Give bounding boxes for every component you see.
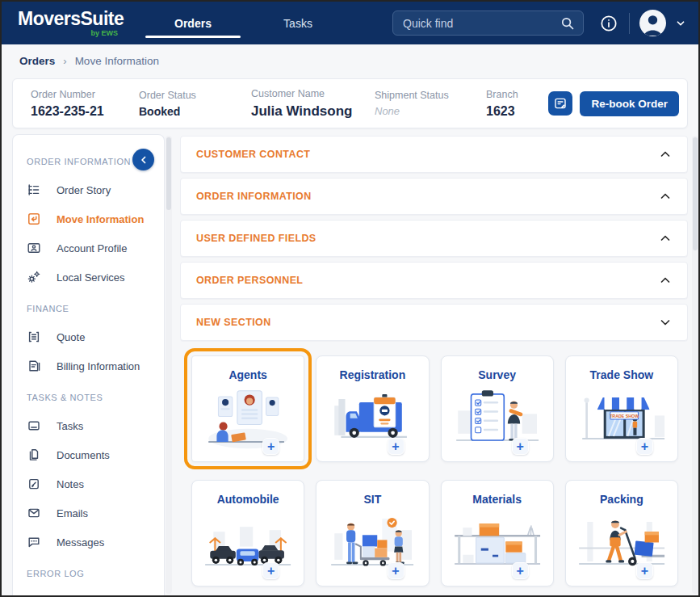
packing-add-icon[interactable]: + bbox=[636, 562, 653, 579]
trade-show-illustration-graphic: TRADE SHOW bbox=[572, 383, 671, 456]
section-order-information[interactable]: ORDER INFORMATION bbox=[180, 178, 688, 215]
search-icon bbox=[560, 16, 575, 31]
card-title: Automobile bbox=[192, 493, 304, 506]
sidebar-header-finance: FINANCE bbox=[13, 298, 164, 319]
packing-illustration-graphic bbox=[572, 507, 671, 581]
navbar-divider bbox=[629, 13, 630, 34]
sit-add-icon[interactable]: + bbox=[388, 562, 404, 579]
shipment-status-label: Shipment Status bbox=[375, 90, 486, 101]
sidebar-item-billing-information[interactable]: Billing Information bbox=[13, 351, 164, 380]
card-sit[interactable]: SIT bbox=[316, 480, 429, 586]
order-note-button[interactable] bbox=[548, 91, 572, 116]
quick-find-box bbox=[392, 11, 584, 36]
automobile-add-icon[interactable]: + bbox=[262, 562, 279, 579]
breadcrumb-separator: › bbox=[63, 55, 66, 67]
section-customer-contact[interactable]: CUSTOMER CONTACT bbox=[180, 136, 688, 173]
order-number-value: 1623-235-21 bbox=[31, 104, 139, 119]
sidebar-item-move-information[interactable]: Move Information bbox=[13, 204, 164, 233]
main-scrollbar[interactable] bbox=[692, 136, 698, 594]
trade-show-sign-text: TRADE SHOW bbox=[610, 414, 639, 418]
quick-find-input[interactable] bbox=[403, 17, 560, 30]
sidebar-item-label: Emails bbox=[57, 507, 88, 519]
sidebar-header-order-information: ORDER INFORMATION bbox=[13, 151, 164, 172]
branch-value: 1623 bbox=[486, 104, 548, 119]
trade-show-add-icon[interactable]: + bbox=[636, 438, 653, 455]
account-profile-icon bbox=[27, 241, 41, 255]
sit-illustration-graphic bbox=[323, 507, 421, 581]
sidebar-item-messages[interactable]: Messages bbox=[13, 528, 164, 557]
tab-orders[interactable]: Orders bbox=[140, 2, 245, 44]
sidebar-item-local-services[interactable]: Local Services bbox=[13, 263, 164, 292]
chevron-up-icon bbox=[659, 232, 672, 245]
breadcrumb-orders[interactable]: Orders bbox=[19, 55, 55, 67]
card-survey[interactable]: Survey bbox=[441, 355, 554, 462]
automobile-illustration: + bbox=[199, 507, 297, 581]
registration-illustration-graphic bbox=[323, 383, 421, 456]
section-title: ORDER PERSONNEL bbox=[196, 275, 303, 286]
order-number-label: Order Number bbox=[31, 89, 139, 100]
info-button[interactable] bbox=[597, 11, 621, 36]
section-user-defined-fields[interactable]: USER DEFINED FIELDS bbox=[180, 220, 688, 257]
registration-add-icon[interactable]: + bbox=[388, 438, 404, 455]
order-number-field: Order Number 1623-235-21 bbox=[31, 89, 139, 119]
sidebar-header-error-log[interactable]: ERROR LOG bbox=[13, 563, 164, 584]
sidebar-item-order-story[interactable]: Order Story bbox=[13, 175, 164, 204]
order-story-icon bbox=[27, 183, 41, 197]
user-avatar[interactable] bbox=[639, 10, 666, 36]
card-materials[interactable]: Materials bbox=[441, 480, 554, 586]
survey-illustration: + bbox=[448, 383, 547, 456]
note-icon bbox=[553, 96, 568, 111]
tab-tasks[interactable]: Tasks bbox=[245, 2, 350, 44]
sidebar-item-label: Move Information bbox=[57, 213, 144, 225]
card-registration[interactable]: Registration bbox=[316, 355, 429, 462]
main-content: CUSTOMER CONTACT ORDER INFORMATION USER … bbox=[172, 134, 691, 595]
main-scrollbar-thumb[interactable] bbox=[693, 137, 698, 250]
sidebar-item-emails[interactable]: Emails bbox=[13, 498, 164, 528]
trade-show-illustration: TRADE SHOW + bbox=[572, 383, 671, 456]
agents-add-icon[interactable]: + bbox=[262, 438, 279, 455]
packing-illustration: + bbox=[572, 507, 671, 581]
customer-name-field: Customer Name Julia Windsong bbox=[251, 88, 375, 120]
order-status-field: Order Status Booked bbox=[139, 90, 251, 118]
card-packing[interactable]: Packing bbox=[565, 480, 678, 586]
section-order-personnel[interactable]: ORDER PERSONNEL bbox=[180, 262, 688, 299]
card-title: Agents bbox=[192, 368, 304, 381]
section-new-section[interactable]: NEW SECTION bbox=[180, 304, 688, 341]
notes-icon bbox=[27, 477, 41, 491]
sidebar-scrollbar-thumb[interactable] bbox=[166, 137, 171, 210]
survey-add-icon[interactable]: + bbox=[512, 438, 529, 455]
sidebar-section-finance: FINANCE Quote Bill bbox=[13, 298, 164, 380]
agents-illustration-graphic bbox=[199, 383, 297, 456]
materials-add-icon[interactable]: + bbox=[512, 562, 529, 579]
sidebar-item-notes[interactable]: Notes bbox=[13, 469, 164, 498]
section-title: NEW SECTION bbox=[196, 317, 271, 328]
sidebar-item-quote[interactable]: Quote bbox=[13, 322, 164, 351]
user-menu-chevron-down-icon[interactable] bbox=[674, 17, 687, 30]
sidebar-item-documents[interactable]: Documents bbox=[13, 440, 164, 469]
sidebar-section-tasks-notes: TASKS & NOTES Tasks bbox=[13, 387, 164, 557]
sidebar-item-tasks[interactable]: Tasks bbox=[13, 411, 164, 440]
app-logo[interactable]: MoversSuite by EWS bbox=[18, 10, 123, 37]
customer-name-label: Customer Name bbox=[251, 88, 375, 99]
sidebar-scrollbar[interactable] bbox=[166, 136, 172, 594]
section-title: CUSTOMER CONTACT bbox=[196, 149, 310, 160]
sidebar-collapse-button[interactable] bbox=[132, 149, 154, 170]
card-automobile[interactable]: Automobile bbox=[191, 480, 304, 586]
sidebar: ORDER INFORMATION Order Story bbox=[12, 134, 165, 595]
card-agents[interactable]: Agents bbox=[191, 355, 304, 462]
branch-label: Branch bbox=[486, 89, 548, 100]
materials-illustration: + bbox=[448, 507, 547, 581]
feature-cards-grid: Agents bbox=[191, 355, 678, 586]
sidebar-header-tasks-notes: TASKS & NOTES bbox=[13, 387, 164, 408]
chevron-down-icon bbox=[659, 316, 672, 329]
billing-information-icon bbox=[27, 359, 41, 373]
order-status-value: Booked bbox=[139, 105, 251, 118]
sidebar-item-account-profile[interactable]: Account Profile bbox=[13, 233, 164, 263]
card-title: Registration bbox=[316, 368, 428, 381]
local-services-icon bbox=[27, 270, 41, 284]
card-trade-show[interactable]: Trade Show bbox=[565, 355, 678, 462]
sidebar-item-label: Billing Information bbox=[57, 360, 140, 372]
sidebar-item-label: Account Profile bbox=[57, 242, 127, 254]
sidebar-header-label: ORDER INFORMATION bbox=[27, 157, 131, 166]
rebook-order-button[interactable]: Re-book Order bbox=[580, 91, 679, 116]
